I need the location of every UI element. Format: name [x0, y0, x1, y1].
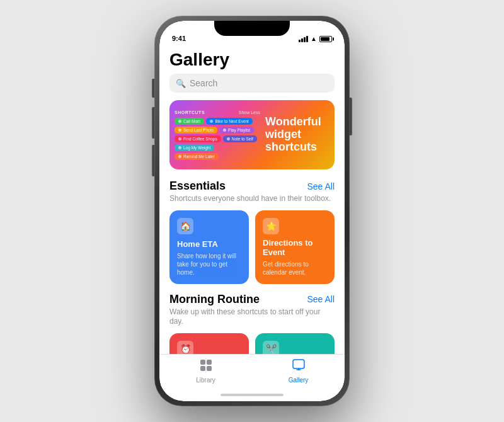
morning-routine-cards: ⏰ ✂️	[169, 333, 335, 354]
directions-event-desc: Get directions to calendar event.	[263, 260, 327, 277]
directions-event-icon: ⭐	[263, 218, 279, 234]
shortcut-pill-note: Note to Self	[223, 135, 257, 142]
shortcuts-preview: SHORTCUTS Show Less Call Mom Bike to Nex…	[169, 105, 265, 165]
svg-rect-4	[293, 360, 304, 368]
hero-banner[interactable]: SHORTCUTS Show Less Call Mom Bike to Nex…	[169, 100, 335, 169]
status-icons: ▲	[299, 35, 332, 42]
home-eta-card[interactable]: 🏠 Home ETA Share how long it will take f…	[169, 210, 249, 284]
power-button	[350, 98, 352, 135]
morning-routine-header: Morning Routine See All	[169, 293, 335, 306]
shortcut-pill-call-mom: Call Mom	[175, 118, 204, 125]
shortcut-pill-photo: Send Last Photo	[175, 127, 217, 134]
shortcuts-label: SHORTCUTS	[175, 110, 205, 115]
gallery-icon	[292, 358, 306, 375]
gallery-tab-label: Gallery	[289, 377, 309, 384]
svg-rect-0	[200, 360, 205, 365]
home-eta-title: Home ETA	[177, 239, 241, 249]
shortcut-pill-playlist: Play Playlist	[219, 127, 254, 134]
volume-up-button	[152, 107, 154, 139]
tab-gallery[interactable]: Gallery	[252, 358, 345, 384]
search-icon: 🔍	[176, 79, 186, 88]
phone-screen: 9:41 ▲ Gallery	[159, 21, 345, 401]
hero-title: Wonderful widget shortcuts	[265, 116, 328, 153]
mute-button	[152, 79, 154, 98]
shortcut-pills-row-3: Find Coffee Shops Note to Self	[175, 135, 260, 142]
search-bar[interactable]: 🔍 Search	[169, 74, 335, 93]
morning-routine-title: Morning Routine	[169, 293, 260, 306]
library-icon	[199, 358, 213, 375]
morning-card-1[interactable]: ⏰	[169, 333, 249, 354]
morning-routine-section: Morning Routine See All Wake up with the…	[159, 293, 345, 354]
shortcut-pills-row-1: Call Mom Bike to Next Event	[175, 118, 260, 125]
svg-rect-2	[200, 366, 205, 371]
page-title: Gallery	[159, 45, 345, 74]
volume-down-button	[152, 145, 154, 176]
shortcut-pills-row-4: Log My Weight Remind Me Later	[175, 144, 260, 160]
morning-card-2-icon: ✂️	[263, 341, 279, 354]
svg-rect-3	[207, 366, 212, 371]
essentials-section: Essentials See All Shortcuts everyone sh…	[159, 180, 345, 284]
essentials-subtitle: Shortcuts everyone should have in their …	[169, 194, 335, 204]
show-less-button: Show Less	[239, 110, 260, 115]
essentials-see-all[interactable]: See All	[307, 181, 335, 191]
essentials-title: Essentials	[169, 180, 226, 193]
tab-library[interactable]: Library	[159, 358, 252, 384]
morning-routine-see-all[interactable]: See All	[307, 294, 335, 304]
hero-text: Wonderful widget shortcuts	[265, 110, 335, 159]
home-eta-icon: 🏠	[177, 218, 193, 234]
shortcut-pill-coffee: Find Coffee Shops	[175, 135, 221, 142]
essentials-header: Essentials See All	[169, 180, 335, 193]
home-bar	[220, 394, 284, 396]
battery-icon	[319, 36, 332, 42]
morning-card-2[interactable]: ✂️	[255, 333, 335, 354]
directions-event-card[interactable]: ⭐ Directions to Event Get directions to …	[255, 210, 335, 284]
directions-event-title: Directions to Event	[263, 238, 327, 258]
shortcut-pill-bike: Bike to Next Event	[206, 118, 252, 125]
notch	[214, 21, 290, 36]
library-tab-label: Library	[196, 377, 215, 384]
essentials-cards: 🏠 Home ETA Share how long it will take f…	[169, 210, 335, 284]
morning-card-1-icon: ⏰	[177, 341, 193, 354]
shortcut-pill-remind: Remind Me Later	[175, 153, 219, 160]
wifi-icon: ▲	[311, 35, 317, 42]
home-eta-desc: Share how long it will take for you to g…	[177, 252, 241, 277]
svg-rect-1	[207, 360, 212, 365]
shortcut-pill-weight: Log My Weight	[175, 144, 214, 151]
phone-frame: 9:41 ▲ Gallery	[154, 16, 350, 406]
status-time: 9:41	[172, 35, 186, 42]
app-screen: 9:41 ▲ Gallery	[159, 21, 345, 401]
tab-bar: Library Gallery	[159, 354, 345, 389]
morning-routine-subtitle: Wake up with these shortcuts to start of…	[169, 307, 335, 327]
shortcut-pills-row-2: Send Last Photo Play Playlist	[175, 127, 260, 134]
scroll-content[interactable]: Gallery 🔍 Search SHORTCUTS Show Less	[159, 45, 345, 354]
signal-icon	[299, 36, 308, 42]
home-indicator	[159, 389, 345, 401]
search-placeholder: Search	[190, 78, 217, 88]
